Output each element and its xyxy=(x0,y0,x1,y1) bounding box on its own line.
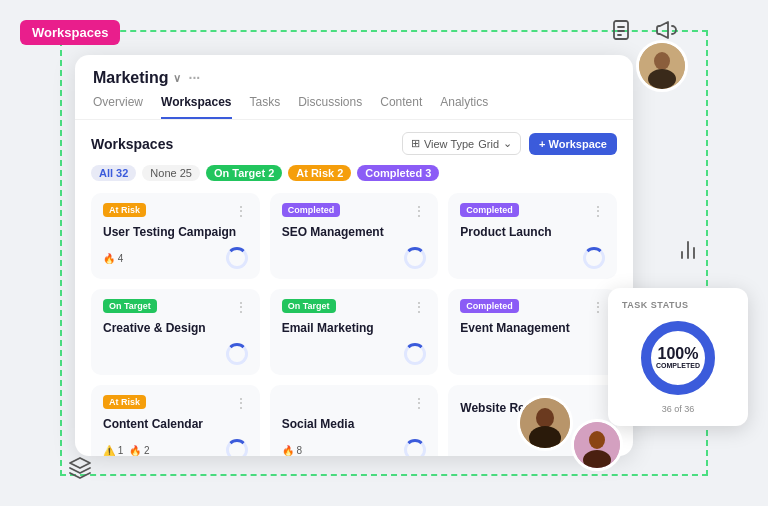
workspace-name: User Testing Campaign xyxy=(103,225,248,239)
card-top: At Risk ⋮ xyxy=(103,203,248,219)
tab-content[interactable]: Content xyxy=(380,95,422,119)
stat-fire: 🔥 4 xyxy=(103,253,123,264)
filter-all[interactable]: All 32 xyxy=(91,165,136,181)
svg-marker-7 xyxy=(70,458,90,468)
workspace-name: Email Marketing xyxy=(282,321,427,335)
filter-atrisk[interactable]: At Risk 2 xyxy=(288,165,351,181)
add-workspace-button[interactable]: + Workspace xyxy=(529,133,617,155)
card-menu-icon[interactable]: ⋮ xyxy=(591,203,605,219)
card-footer xyxy=(282,247,427,269)
workspace-card-social-media[interactable]: ⋮ Social Media 🔥 8 xyxy=(270,385,439,456)
card-footer xyxy=(282,343,427,365)
view-type-button[interactable]: ⊞ View Type Grid ⌄ xyxy=(402,132,521,155)
header-actions: ⊞ View Type Grid ⌄ + Workspace xyxy=(402,132,617,155)
card-top: On Target ⋮ xyxy=(103,299,248,315)
chart-icon xyxy=(676,238,700,268)
progress-spinner xyxy=(226,247,248,269)
card-top: At Risk ⋮ xyxy=(103,395,248,411)
section-title: Workspaces xyxy=(91,136,173,152)
filter-none[interactable]: None 25 xyxy=(142,165,200,181)
tab-tasks[interactable]: Tasks xyxy=(250,95,281,119)
workspace-name: SEO Management xyxy=(282,225,427,239)
progress-spinner xyxy=(404,247,426,269)
workspace-name: Social Media xyxy=(282,417,427,431)
stat-fire: 🔥 2 xyxy=(129,445,149,456)
workspace-card-event-management[interactable]: Completed ⋮ Event Management xyxy=(448,289,617,375)
card-top: ⋮ xyxy=(282,395,427,411)
card-top: Completed ⋮ xyxy=(460,299,605,315)
svg-point-14 xyxy=(536,408,554,428)
progress-spinner xyxy=(404,343,426,365)
filter-ontarget[interactable]: On Target 2 xyxy=(206,165,282,181)
card-stats: 🔥 8 xyxy=(282,445,302,456)
card-footer: ⚠️ 1 🔥 2 xyxy=(103,439,248,456)
avatar-face xyxy=(639,43,685,89)
progress-spinner xyxy=(404,439,426,456)
chevron-icon[interactable]: ∨ xyxy=(173,72,181,85)
tab-workspaces[interactable]: Workspaces xyxy=(161,95,231,119)
dashed-border-left xyxy=(60,30,62,476)
view-type-label: View Type xyxy=(424,138,474,150)
card-top: Completed ⋮ xyxy=(282,203,427,219)
status-badge: Completed xyxy=(460,299,519,313)
svg-rect-0 xyxy=(614,21,628,39)
filter-row: All 32 None 25 On Target 2 At Risk 2 Com… xyxy=(91,165,617,181)
marketing-title: Marketing ∨ ··· xyxy=(93,69,615,87)
task-status-title: TASK STATUS xyxy=(622,300,734,310)
list-icon xyxy=(609,18,633,48)
card-menu-icon[interactable]: ⋮ xyxy=(412,203,426,219)
card-top: Completed ⋮ xyxy=(460,203,605,219)
workspace-card-email-marketing[interactable]: On Target ⋮ Email Marketing xyxy=(270,289,439,375)
card-stats: 🔥 4 xyxy=(103,253,123,264)
workspaces-badge: Workspaces xyxy=(20,20,120,45)
card-header: Marketing ∨ ··· Overview Workspaces Task… xyxy=(75,55,633,120)
workspace-card-product-launch[interactable]: Completed ⋮ Product Launch xyxy=(448,193,617,279)
card-menu-icon[interactable]: ⋮ xyxy=(412,299,426,315)
status-badge: At Risk xyxy=(103,203,146,217)
card-footer: 🔥 8 xyxy=(282,439,427,456)
card-menu-icon[interactable]: ⋮ xyxy=(591,299,605,315)
svg-point-11 xyxy=(654,52,670,70)
card-menu-icon[interactable]: ⋮ xyxy=(412,395,426,411)
workspace-card-creative-design[interactable]: On Target ⋮ Creative & Design xyxy=(91,289,260,375)
section-header: Workspaces ⊞ View Type Grid ⌄ + Workspac… xyxy=(91,132,617,155)
card-menu-icon[interactable]: ⋮ xyxy=(234,299,248,315)
card-menu-icon[interactable]: ⋮ xyxy=(234,203,248,219)
tab-discussions[interactable]: Discussions xyxy=(298,95,362,119)
layers-icon xyxy=(68,456,92,486)
nav-tabs: Overview Workspaces Tasks Discussions Co… xyxy=(93,95,615,119)
progress-spinner xyxy=(226,343,248,365)
more-options-icon[interactable]: ··· xyxy=(189,70,201,86)
filter-completed[interactable]: Completed 3 xyxy=(357,165,439,181)
task-status-card: TASK STATUS 100% COMPLETED 36 of 36 xyxy=(608,288,748,426)
donut-chart: 100% COMPLETED xyxy=(638,318,718,398)
donut-sub: 36 of 36 xyxy=(622,404,734,414)
project-name: Marketing xyxy=(93,69,169,87)
workspace-name: Product Launch xyxy=(460,225,605,239)
workspace-card-content-calendar[interactable]: At Risk ⋮ Content Calendar ⚠️ 1 🔥 2 xyxy=(91,385,260,456)
status-badge: Completed xyxy=(460,203,519,217)
card-stats: ⚠️ 1 🔥 2 xyxy=(103,445,150,456)
dashed-border-bottom xyxy=(60,474,708,476)
avatar-top-right xyxy=(636,40,688,92)
card-menu-icon[interactable]: ⋮ xyxy=(234,395,248,411)
donut-text: 100% COMPLETED xyxy=(656,346,700,370)
status-badge: On Target xyxy=(103,299,157,313)
workspace-card-seo[interactable]: Completed ⋮ SEO Management xyxy=(270,193,439,279)
avatar-face xyxy=(520,398,570,448)
tab-overview[interactable]: Overview xyxy=(93,95,143,119)
stat-fire: 🔥 8 xyxy=(282,445,302,456)
status-badge: On Target xyxy=(282,299,336,313)
tab-analytics[interactable]: Analytics xyxy=(440,95,488,119)
status-badge: At Risk xyxy=(103,395,146,409)
avatar-bottom-mid xyxy=(517,395,573,451)
grid-icon: ⊞ xyxy=(411,137,420,150)
progress-spinner xyxy=(226,439,248,456)
stat-warning: ⚠️ 1 xyxy=(103,445,123,456)
chevron-down-icon: ⌄ xyxy=(503,137,512,150)
card-top: On Target ⋮ xyxy=(282,299,427,315)
workspace-card-user-testing[interactable]: At Risk ⋮ User Testing Campaign 🔥 4 xyxy=(91,193,260,279)
card-footer: 🔥 4 xyxy=(103,247,248,269)
view-type-value: Grid xyxy=(478,138,499,150)
donut-label: COMPLETED xyxy=(656,362,700,370)
